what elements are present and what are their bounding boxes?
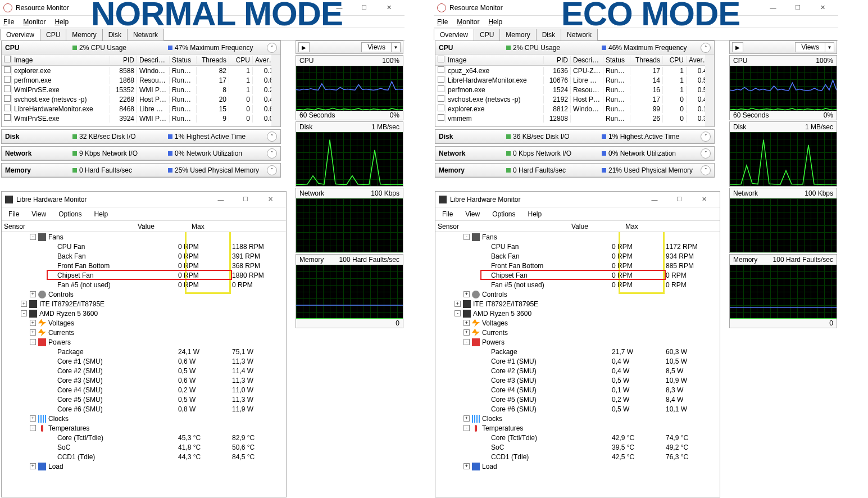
collapse-icon[interactable]: - (30, 339, 36, 345)
collapse-arrow-button[interactable]: ▶ (298, 42, 310, 52)
checkbox-icon[interactable] (4, 85, 11, 92)
tree-node[interactable]: - Temperatures (2, 423, 286, 433)
expand-icon[interactable]: + (30, 320, 36, 326)
sensor-row[interactable]: Chipset Fan 0 RPM 0 RPM (435, 270, 720, 280)
collapse-icon[interactable]: - (30, 425, 36, 431)
menu-file[interactable]: File (437, 18, 448, 26)
titlebar[interactable]: Libre Hardware Monitor — ☐ ✕ (2, 192, 286, 207)
tab-overview[interactable]: Overview (434, 29, 474, 40)
cpu-panel-header[interactable]: CPU 2% CPU Usage 46% Maximum Frequency ˄ (435, 41, 714, 55)
checkbox-icon[interactable] (4, 95, 11, 102)
checkbox-icon[interactable] (438, 95, 444, 102)
tree-node[interactable]: + Load (2, 461, 286, 471)
sensor-row[interactable]: SoC 39,5 °C 49,2 °C (435, 442, 720, 452)
col-image[interactable]: Image (12, 56, 110, 64)
sensor-row[interactable]: Core (Tctl/Tdie) 42,9 °C 74,9 °C (435, 433, 720, 442)
process-row[interactable]: LibreHardwareMonitor.exe 10676 Libre H… … (435, 75, 714, 85)
views-dropdown-icon[interactable]: ▼ (392, 42, 401, 52)
collapse-arrow-button[interactable]: ▶ (732, 42, 743, 52)
cpu-panel-header[interactable]: CPU 2% CPU Usage 47% Maximum Frequency ˄ (2, 41, 280, 55)
sensor-row[interactable]: SoC 41,8 °C 50,6 °C (2, 442, 286, 452)
chevron-down-icon[interactable]: ˅ (701, 132, 711, 142)
close-button[interactable]: ✕ (258, 192, 283, 207)
minimize-button[interactable]: — (642, 192, 667, 207)
expand-icon[interactable]: + (30, 463, 36, 469)
checkbox-icon[interactable] (438, 56, 444, 62)
menu-options[interactable]: Options (58, 210, 81, 218)
tree-node[interactable]: + Currents (435, 328, 720, 337)
disk-panel-header[interactable]: Disk 32 KB/sec Disk I/O 1% Highest Activ… (2, 130, 280, 143)
disk-panel-header[interactable]: Disk 36 KB/sec Disk I/O 1% Highest Activ… (435, 130, 714, 143)
menu-help[interactable]: Help (94, 210, 108, 218)
expand-icon[interactable]: + (21, 301, 27, 307)
tree-node[interactable]: + ITE IT8792E/IT8795E (2, 299, 286, 309)
menu-help[interactable]: Help (528, 210, 542, 218)
sensor-tree[interactable]: - Fans CPU Fan 0 RPM 1172 RPM Back Fan 0… (435, 232, 720, 495)
menu-options[interactable]: Options (492, 210, 515, 218)
menu-file[interactable]: File (3, 18, 14, 26)
maximize-button[interactable]: ☐ (352, 0, 376, 16)
checkbox-icon[interactable] (438, 85, 444, 92)
sensor-row[interactable]: Core #3 (SMU) 0,5 W 10,9 W (435, 375, 720, 385)
checkbox-icon[interactable] (4, 114, 11, 121)
tab-disk[interactable]: Disk (536, 29, 561, 40)
checkbox-icon[interactable] (438, 66, 444, 73)
sensor-tree[interactable]: - Fans CPU Fan 0 RPM 1188 RPM Back Fan 0… (2, 232, 286, 495)
chevron-down-icon[interactable]: ˅ (701, 165, 711, 175)
tree-node[interactable]: + Controls (2, 289, 286, 299)
sensor-row[interactable]: Fan #5 (not used) 0 RPM 0 RPM (435, 280, 720, 289)
tree-node[interactable]: - Fans (2, 232, 286, 242)
menu-help[interactable]: Help (488, 18, 502, 26)
tree-node[interactable]: - Temperatures (435, 423, 720, 433)
process-row[interactable]: vmmem 12808 Runni… 26 0 0.35 (435, 114, 714, 123)
collapse-icon[interactable]: - (463, 234, 470, 240)
col-max[interactable]: Max (623, 223, 677, 230)
menu-file[interactable]: File (8, 210, 19, 218)
expand-icon[interactable]: + (463, 329, 470, 336)
tree-node[interactable]: + Voltages (435, 318, 720, 328)
views-button[interactable]: Views (361, 42, 392, 52)
expand-icon[interactable]: + (455, 301, 461, 307)
col-desc[interactable]: Descripti… (137, 56, 170, 64)
col-desc[interactable]: Descripti… (571, 56, 603, 64)
col-value[interactable]: Value (569, 223, 623, 230)
tree-node[interactable]: + Controls (435, 289, 720, 299)
checkbox-icon[interactable] (438, 114, 444, 121)
sensor-row[interactable]: Front Fan Bottom 0 RPM 885 RPM (435, 261, 720, 270)
memory-panel-header[interactable]: Memory 0 Hard Faults/sec 21% Used Physic… (435, 164, 714, 177)
chevron-down-icon[interactable]: ˅ (267, 132, 277, 142)
sensor-row[interactable]: Core (Tctl/Tdie) 45,3 °C 82,9 °C (2, 433, 286, 442)
chevron-down-icon[interactable]: ˅ (701, 148, 711, 159)
col-sensor[interactable]: Sensor (2, 223, 135, 230)
tree-node[interactable]: + Load (435, 461, 720, 471)
col-image[interactable]: Image (446, 56, 544, 64)
sensor-row[interactable]: Core #4 (SMU) 0,1 W 8,3 W (435, 385, 720, 395)
menu-view[interactable]: View (31, 210, 46, 218)
tree-node[interactable]: + ITE IT8792E/IT8795E (435, 299, 720, 309)
checkbox-icon[interactable] (4, 76, 11, 83)
menu-monitor[interactable]: Monitor (457, 18, 479, 26)
tab-cpu[interactable]: CPU (40, 29, 66, 40)
tab-cpu[interactable]: CPU (474, 29, 500, 40)
menu-monitor[interactable]: Monitor (23, 18, 46, 26)
process-row[interactable]: explorer.exe 8588 Windo… Runni… 82 1 0.1… (2, 66, 280, 75)
tree-node[interactable]: - Powers (2, 337, 286, 347)
sensor-row[interactable]: Core #6 (SMU) 0,8 W 11,9 W (2, 404, 286, 414)
minimize-button[interactable]: — (761, 0, 785, 16)
expand-icon[interactable]: + (463, 320, 470, 326)
maximize-button[interactable]: ☐ (233, 192, 258, 207)
tree-node[interactable]: - Powers (435, 337, 720, 347)
expand-icon[interactable]: + (463, 291, 470, 297)
sensor-row[interactable]: Core #1 (SMU) 0,4 W 10,5 W (435, 356, 720, 366)
tree-node[interactable]: + Clocks (2, 414, 286, 423)
expand-icon[interactable]: + (30, 415, 36, 422)
tree-node[interactable]: + Clocks (435, 414, 720, 423)
chevron-up-icon[interactable]: ˄ (701, 43, 711, 53)
collapse-icon[interactable]: - (30, 234, 36, 240)
tree-node[interactable]: + Currents (2, 328, 286, 337)
chevron-down-icon[interactable]: ˅ (267, 148, 277, 159)
process-row[interactable]: explorer.exe 8812 Windo… Runni… 99 0 0.1… (435, 104, 714, 114)
process-row[interactable]: perfmon.exe 1868 Resour… Runni… 17 1 0.6… (2, 75, 280, 85)
menu-help[interactable]: Help (54, 18, 69, 26)
col-cpu[interactable]: CPU (229, 56, 253, 64)
